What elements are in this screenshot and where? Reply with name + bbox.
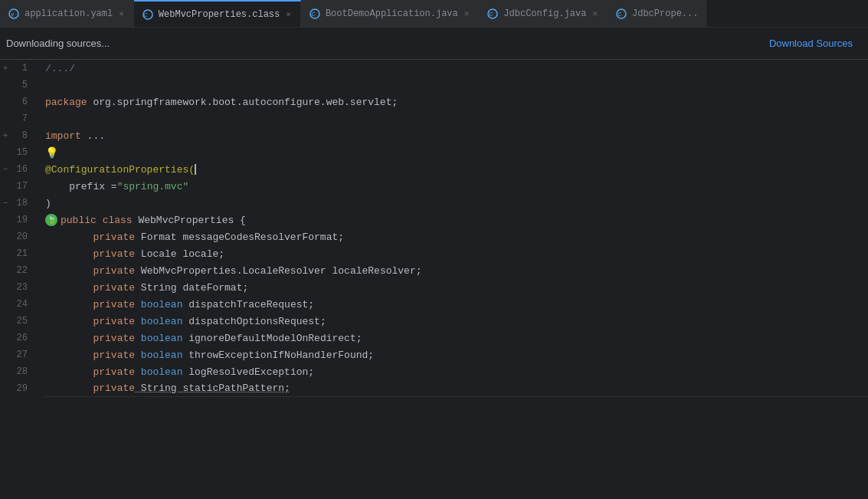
code-line-20: private Format messageCodesResolverForma… [45,228,868,245]
gutter-row-24: 24 [0,296,42,313]
code-line-29: private String staticPathPattern; [45,380,868,397]
field-23: String dateFormat; [135,282,248,294]
yaml-icon: y [8,8,20,20]
fold-marker-19 [0,215,11,225]
fold-marker-8[interactable]: + [0,130,11,141]
fold-marker-7 [0,113,11,124]
tab-label: JdbcConfig.java [503,8,586,19]
indent-28 [45,366,93,378]
gutter-row-29: 29 [0,380,42,397]
indent-24 [45,299,93,310]
code-lines[interactable]: /.../ package org.springframework.boot.a… [42,60,868,499]
indent-22 [45,265,93,277]
code-line-28: private boolean logResolvedException; [45,363,868,380]
keyword-import: import [45,130,81,142]
tab-close-yaml[interactable]: ✕ [117,8,126,19]
fold-marker-21 [0,248,11,259]
keyword-private-24: private [93,299,135,310]
tab-close-class[interactable]: ✕ [284,8,293,20]
tab-close-boot[interactable]: ✕ [463,8,471,19]
gutter-row-8: + 8 [0,127,42,144]
string-spring-mvc: "spring.mvc" [117,181,189,192]
keyword-boolean-25: boolean [135,316,182,327]
fold-marker-16[interactable]: − [0,164,11,175]
gutter-row-21: 21 [0,245,42,262]
indent-23 [45,282,93,294]
gutter-row-18: − 18 [0,195,42,212]
tab-bar: y application.yaml ✕ C WebMvcProperties.… [0,0,868,28]
tab-application-yaml[interactable]: y application.yaml ✕ [0,0,134,27]
indent-20 [45,231,93,243]
fold-marker-1[interactable]: + [0,63,11,74]
indent-25 [45,316,93,327]
gutter-row-15: 15 [0,144,42,161]
gutter-row-26: 26 [0,330,42,346]
indent-21 [45,248,93,260]
fold-marker-28 [0,366,11,377]
space1 [97,215,103,226]
fold-marker-26 [0,333,11,343]
code-line-19: 🍃 public class WebMvcProperties { [45,212,868,228]
code-line-16: @ConfigurationProperties( [45,161,868,178]
bulb-icon: 💡 [45,146,58,159]
tab-jdbc-prope[interactable]: C JdbcPrope... [608,0,706,27]
spring-leaf-icon: 🍃 [45,214,57,226]
gutter-row-17: 17 [0,178,42,195]
keyword-private-29: private [93,382,135,394]
gutter-row-16: − 16 [0,161,42,178]
keyword-public: public [61,215,97,226]
keyword-private-20: private [93,231,135,243]
java-icon-jdbc2: C [615,8,627,20]
fold-marker-22 [0,265,11,276]
keyword-private-26: private [93,333,135,344]
line-number-gutter: + 1 5 6 7 + 8 15 − 16 [0,60,42,499]
gutter-row-5: 5 [0,77,42,94]
download-sources-button[interactable]: Download Sources [763,34,859,52]
java-icon-jdbc: C [486,8,499,20]
indent-26 [45,333,93,344]
code-line-6: package org.springframework.boot.autocon… [45,94,868,110]
import-ellipsis: ... [81,130,105,142]
keyword-private-25: private [93,316,135,327]
java-icon-boot: C [309,8,321,20]
code-line-26: private boolean ignoreDefaultModelOnRedi… [45,330,868,346]
code-line-22: private WebMvcProperties.LocaleResolver … [45,262,868,279]
package-name: org.springframework.boot.autoconfigure.w… [87,97,398,108]
fold-marker-24 [0,299,11,310]
keyword-private-28: private [93,366,135,378]
tab-close-jdbc[interactable]: ✕ [591,8,599,19]
field-26: ignoreDefaultModelOnRedirect; [182,333,362,344]
annotation-config-props: @ConfigurationProperties( [45,164,195,176]
tab-label: JdbcPrope... [632,8,698,19]
tab-webmvc-class[interactable]: C WebMvcProperties.class ✕ [134,0,301,27]
tab-label: WebMvcProperties.class [159,9,280,20]
code-line-23: private String dateFormat; [45,279,868,296]
tab-jdbc-config[interactable]: C JdbcConfig.java ✕ [479,0,608,27]
field-22: WebMvcProperties.LocaleResolver localeRe… [135,265,421,277]
svg-text:C: C [490,11,493,17]
tab-label: BootDemoApplication.java [326,8,458,19]
code-editor: + 1 5 6 7 + 8 15 − 16 [0,60,868,499]
code-line-5 [45,77,868,94]
keyword-private-27: private [93,350,135,361]
notification-bar: Downloading sources... Download Sources [0,28,868,60]
gutter-row-1: + 1 [0,60,42,77]
field-29: String staticPathPattern; [135,382,290,394]
field-24: dispatchTraceRequest; [182,299,314,310]
fold-marker-18[interactable]: − [0,198,11,208]
fold-marker-15 [0,147,11,158]
gutter-row-25: 25 [0,313,42,330]
gutter-row-22: 22 [0,262,42,279]
close-paren: ) [45,198,51,209]
class-icon: C [142,8,154,21]
fold-marker-29 [0,383,11,394]
tab-label: application.yaml [25,8,113,19]
code-line-7 [45,110,868,127]
gutter-row-7: 7 [0,110,42,127]
tab-boot-demo[interactable]: C BootDemoApplication.java ✕ [301,0,479,27]
notification-message: Downloading sources... [6,38,110,49]
keyword-boolean-24: boolean [135,299,182,310]
gutter-row-23: 23 [0,279,42,296]
fold-marker-23 [0,282,11,293]
keyword-boolean-28: boolean [135,366,182,378]
